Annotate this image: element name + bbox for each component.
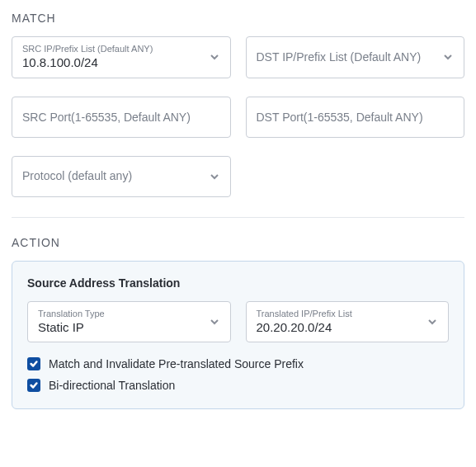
translated-list-value: 20.20.20.0/24	[257, 319, 417, 336]
translated-ip-prefix-select[interactable]: Translated IP/Prefix List 20.20.20.0/24	[246, 301, 450, 343]
src-port-input[interactable]	[12, 97, 231, 138]
dst-port-input[interactable]	[246, 97, 465, 138]
match-invalidate-label: Match and Invalidate Pre-translated Sour…	[49, 357, 304, 370]
protocol-select[interactable]: Protocol (default any)	[12, 156, 231, 197]
chevron-down-icon	[209, 316, 220, 328]
bidirectional-label: Bi-directional Translation	[49, 379, 175, 392]
checkbox-checked-icon	[27, 357, 40, 370]
chevron-down-icon	[209, 171, 220, 182]
chevron-down-icon	[442, 51, 454, 63]
protocol-placeholder: Protocol (default any)	[22, 169, 199, 183]
action-section-title: ACTION	[12, 236, 464, 249]
src-ip-value: 10.8.100.0/24	[22, 54, 199, 71]
match-section-title: MATCH	[12, 12, 464, 25]
dst-ip-placeholder: DST IP/Prefix List (Default ANY)	[257, 50, 433, 64]
src-ip-prefix-select[interactable]: SRC IP/Prefix List (Default ANY) 10.8.10…	[12, 36, 231, 78]
dst-port-field[interactable]	[257, 111, 433, 124]
translation-type-value: Static IP	[38, 319, 199, 336]
translation-type-select[interactable]: Translation Type Static IP	[27, 301, 231, 343]
match-invalidate-checkbox[interactable]: Match and Invalidate Pre-translated Sour…	[27, 357, 449, 370]
src-port-field[interactable]	[22, 111, 199, 124]
translation-type-label: Translation Type	[38, 309, 199, 319]
source-address-translation-panel: Source Address Translation Translation T…	[12, 261, 464, 410]
translated-list-label: Translated IP/Prefix List	[257, 309, 417, 319]
sat-heading: Source Address Translation	[27, 276, 449, 290]
bidirectional-checkbox[interactable]: Bi-directional Translation	[27, 379, 449, 392]
section-divider	[12, 217, 464, 218]
src-ip-label: SRC IP/Prefix List (Default ANY)	[22, 44, 199, 54]
chevron-down-icon	[209, 51, 220, 63]
chevron-down-icon	[427, 316, 438, 328]
checkbox-checked-icon	[27, 379, 40, 392]
dst-ip-prefix-select[interactable]: DST IP/Prefix List (Default ANY)	[246, 36, 465, 78]
